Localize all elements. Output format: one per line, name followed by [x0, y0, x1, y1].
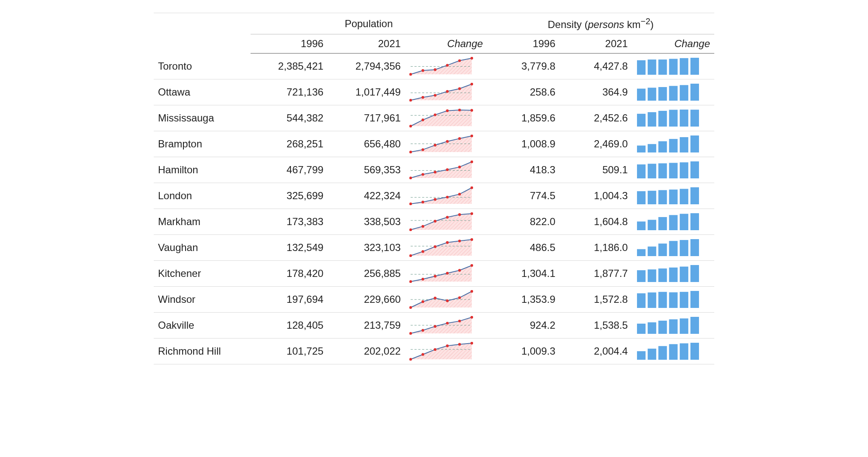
svg-rect-12 — [669, 59, 678, 75]
svg-rect-55 — [648, 144, 657, 152]
svg-point-35 — [434, 113, 436, 116]
svg-rect-99 — [637, 222, 645, 230]
pop-1996: 101,725 — [251, 339, 328, 364]
svg-point-127 — [458, 269, 461, 271]
svg-rect-159 — [637, 324, 645, 334]
den-2021: 4,427.8 — [560, 54, 632, 79]
svg-point-64 — [421, 173, 424, 175]
table-row: Richmond Hill101,725202,0221,009.32,004.… — [154, 339, 714, 364]
svg-rect-102 — [669, 215, 678, 230]
svg-rect-24 — [637, 89, 645, 101]
svg-point-48 — [409, 151, 412, 153]
table-row: Vaughan132,549323,103486.51,186.0 — [154, 235, 714, 261]
svg-point-170 — [434, 348, 436, 351]
pop-2021: 229,660 — [328, 287, 405, 313]
svg-rect-103 — [680, 214, 688, 230]
svg-rect-134 — [690, 265, 699, 282]
svg-rect-160 — [648, 322, 657, 334]
header-den-change: Change — [632, 34, 714, 54]
pop-2021: 717,961 — [328, 105, 405, 131]
pop-2021: 569,353 — [328, 157, 405, 183]
pop-2021: 213,759 — [328, 313, 405, 339]
pop-sparkline — [405, 313, 487, 339]
svg-point-5 — [434, 68, 436, 71]
svg-point-155 — [434, 325, 436, 327]
table-row: Kitchener178,420256,8851,304.11,877.7 — [154, 261, 714, 287]
svg-rect-14 — [690, 58, 699, 75]
svg-rect-44 — [690, 110, 699, 127]
svg-point-97 — [458, 213, 461, 216]
pop-1996: 268,251 — [251, 131, 328, 157]
svg-point-125 — [434, 275, 436, 277]
svg-rect-42 — [669, 110, 678, 127]
svg-rect-116 — [659, 243, 667, 256]
svg-rect-129 — [637, 270, 645, 282]
svg-rect-176 — [659, 346, 667, 360]
city-name: Ottawa — [154, 79, 251, 105]
svg-rect-11 — [659, 59, 667, 75]
svg-point-51 — [446, 140, 448, 143]
den-1996: 822.0 — [487, 209, 560, 235]
population-density-table: Population Density (persons km−2) 1996 2… — [154, 13, 714, 364]
table-row: Mississauga544,382717,9611,859.62,452.6 — [154, 105, 714, 131]
svg-rect-57 — [669, 139, 678, 152]
header-den-2021: 2021 — [560, 34, 632, 54]
svg-rect-177 — [669, 344, 678, 360]
svg-rect-84 — [637, 191, 645, 204]
table-row: Oakville128,405213,759924.21,538.5 — [154, 313, 714, 339]
table-row: Windsor197,694229,6601,353.91,572.8 — [154, 287, 714, 313]
svg-point-66 — [446, 168, 448, 171]
pop-1996: 467,799 — [251, 157, 328, 183]
pop-2021: 202,022 — [328, 339, 405, 364]
svg-point-96 — [446, 216, 448, 218]
table-row: Ottawa721,1361,017,449258.6364.9 — [154, 79, 714, 105]
svg-point-111 — [446, 241, 448, 244]
svg-rect-29 — [690, 84, 699, 101]
svg-rect-86 — [659, 190, 667, 204]
den-2021: 2,004.4 — [560, 339, 632, 364]
svg-rect-115 — [648, 246, 657, 256]
svg-rect-85 — [648, 191, 657, 204]
svg-rect-148 — [680, 292, 688, 308]
svg-rect-179 — [690, 343, 699, 360]
svg-rect-175 — [648, 349, 657, 360]
den-2021: 1,186.0 — [560, 235, 632, 261]
svg-point-138 — [409, 306, 412, 309]
table-row: Hamilton467,799569,353418.3509.1 — [154, 157, 714, 183]
den-sparkbars — [632, 339, 714, 364]
pop-2021: 323,103 — [328, 235, 405, 261]
pop-2021: 338,503 — [328, 209, 405, 235]
svg-rect-100 — [648, 220, 657, 230]
svg-point-156 — [446, 322, 448, 324]
svg-rect-131 — [659, 268, 667, 282]
den-sparkbars — [632, 105, 714, 131]
den-1996: 1,353.9 — [487, 287, 560, 313]
pop-1996: 173,383 — [251, 209, 328, 235]
pop-1996: 721,136 — [251, 79, 328, 105]
svg-rect-130 — [648, 269, 657, 282]
den-1996: 1,008.9 — [487, 131, 560, 157]
den-2021: 2,469.0 — [560, 131, 632, 157]
svg-point-139 — [421, 300, 424, 303]
svg-rect-144 — [637, 293, 645, 308]
svg-point-67 — [458, 166, 461, 168]
den-sparkbars — [632, 235, 714, 261]
den-1996: 3,779.8 — [487, 54, 560, 79]
den-1996: 418.3 — [487, 157, 560, 183]
svg-rect-88 — [680, 189, 688, 204]
den-sparkbars — [632, 79, 714, 105]
pop-sparkline — [405, 105, 487, 131]
svg-point-82 — [458, 193, 461, 195]
svg-rect-73 — [680, 162, 688, 178]
svg-rect-163 — [680, 319, 688, 334]
table-row: London325,699422,324774.51,004.3 — [154, 183, 714, 209]
svg-rect-43 — [680, 110, 688, 127]
den-sparkbars — [632, 287, 714, 313]
svg-point-140 — [434, 296, 436, 299]
den-2021: 1,572.8 — [560, 287, 632, 313]
svg-rect-174 — [637, 351, 645, 360]
den-1996: 1,859.6 — [487, 105, 560, 131]
pop-1996: 178,420 — [251, 261, 328, 287]
city-name: Mississauga — [154, 105, 251, 131]
svg-point-81 — [446, 196, 448, 198]
